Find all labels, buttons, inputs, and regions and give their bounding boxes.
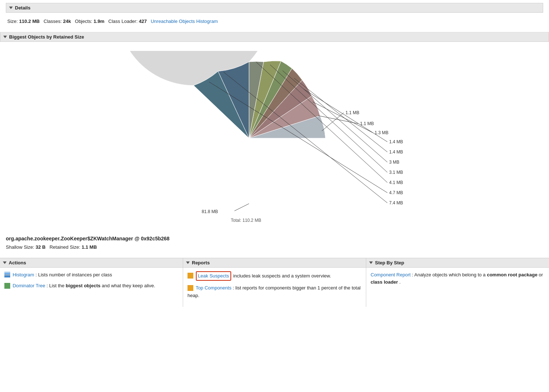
dominator-tree-item: Dominator Tree : List the biggest object… [4, 282, 178, 290]
details-section: Details Size: 110.2 MB Classes: 24k Obje… [0, 0, 549, 32]
svg-text:1.1 MB: 1.1 MB [360, 121, 374, 126]
details-header: Details [6, 3, 543, 13]
step-by-step-header-label: Step By Step [375, 260, 404, 265]
svg-text:Total: 110.2 MB: Total: 110.2 MB [231, 218, 261, 223]
size-value: 110.2 MB [19, 19, 40, 24]
actions-collapse-icon[interactable] [3, 261, 7, 264]
classes-value: 24k [63, 19, 71, 24]
step-by-step-panel: Step By Step Component Report : Analyze … [366, 258, 549, 307]
dominator-text-before: : List the [47, 283, 66, 288]
svg-text:4.7 MB: 4.7 MB [389, 190, 403, 195]
leak-suspects-item: Leak Suspects includes leak suspects and… [187, 271, 362, 281]
histogram-item: Histogram : Lists number of instances pe… [4, 271, 178, 279]
details-collapse-icon[interactable] [9, 7, 13, 9]
step-by-step-body: Component Report : Analyze objects which… [366, 268, 549, 294]
histogram-link[interactable]: Histogram [13, 272, 34, 277]
object-info: org.apache.zookeeper.ZooKeeper$ZKWatchMa… [0, 231, 549, 256]
svg-text:1.4 MB: 1.4 MB [389, 149, 403, 155]
svg-text:1.1 MB: 1.1 MB [345, 110, 359, 115]
svg-text:3 MB: 3 MB [389, 160, 399, 165]
details-header-label: Details [15, 5, 31, 11]
actions-panel: Actions Histogram : Lists number of inst… [0, 258, 183, 307]
retained-label: Retained Size: [50, 244, 80, 250]
retained-value: 1.1 MB [82, 244, 97, 250]
biggest-objects-section: Biggest Objects by Retained Size [0, 32, 549, 231]
dominator-bold: biggest objects [66, 283, 100, 288]
step-bold1: common root package [487, 272, 537, 277]
biggest-objects-collapse-icon[interactable] [3, 36, 7, 38]
step-text-after: . [399, 279, 401, 285]
actions-panel-body: Histogram : Lists number of instances pe… [0, 268, 183, 297]
classloader-label: Class Loader: [108, 19, 138, 24]
svg-text:7.4 MB: 7.4 MB [389, 200, 403, 205]
svg-text:1.3 MB: 1.3 MB [375, 130, 388, 135]
classes-label: Classes: [44, 19, 62, 24]
size-info: Shallow Size: 32 B Retained Size: 1.1 MB [6, 243, 543, 251]
actions-header-label: Actions [9, 260, 26, 265]
step-bold2: class loader [371, 279, 398, 285]
dominator-link[interactable]: Dominator Tree [13, 283, 46, 288]
top-components-link[interactable]: Top Components [195, 285, 231, 291]
step-text-between: or [539, 272, 543, 277]
histogram-text: : Lists number of instances per class [36, 272, 112, 277]
actions-panel-header: Actions [0, 258, 183, 268]
biggest-objects-header: Biggest Objects by Retained Size [0, 32, 549, 42]
svg-line-3 [322, 113, 344, 131]
step-by-step-collapse-icon[interactable] [369, 261, 373, 264]
dominator-text-after: and what they keep alive. [102, 283, 155, 288]
reports-panel-body: Leak Suspects includes leak suspects and… [183, 268, 366, 307]
size-label: Size: [7, 19, 18, 24]
biggest-objects-header-label: Biggest Objects by Retained Size [9, 34, 84, 40]
bottom-panels: Actions Histogram : Lists number of inst… [0, 258, 549, 307]
top-components-icon [187, 285, 193, 291]
shallow-value: 32 B [36, 244, 46, 250]
svg-text:4.1 MB: 4.1 MB [389, 180, 403, 185]
svg-text:81.8 MB: 81.8 MB [202, 209, 218, 214]
leak-suspects-highlight: Leak Suspects [196, 271, 231, 281]
dominator-icon [4, 283, 10, 289]
page-wrapper: Details Size: 110.2 MB Classes: 24k Obje… [0, 0, 549, 392]
chart-container: 81.8 MB Total: 110.2 MB 1.1 MB 1.1 MB 1.… [0, 42, 549, 231]
details-line: Size: 110.2 MB Classes: 24k Objects: 1.9… [6, 16, 543, 28]
reports-header-label: Reports [192, 260, 210, 265]
reports-panel-header: Reports [183, 258, 366, 268]
reports-panel: Reports Leak Suspects includes leak susp… [183, 258, 366, 307]
component-report-item: Component Report : Analyze objects which… [371, 271, 545, 287]
reports-collapse-icon[interactable] [186, 261, 190, 264]
histogram-icon [4, 272, 10, 277]
svg-line-0 [234, 204, 249, 211]
leak-suspects-icon [187, 273, 193, 279]
leak-suspects-link[interactable]: Leak Suspects [198, 273, 229, 279]
leak-suspects-text: includes leak suspects and a system over… [233, 273, 331, 279]
shallow-label: Shallow Size: [6, 244, 34, 250]
classloader-value: 427 [139, 19, 147, 24]
unreachable-objects-link[interactable]: Unreachable Objects Histogram [151, 19, 218, 24]
svg-text:1.4 MB: 1.4 MB [389, 139, 403, 144]
svg-text:3.1 MB: 3.1 MB [389, 170, 403, 175]
pie-chart-svg: 81.8 MB Total: 110.2 MB 1.1 MB 1.1 MB 1.… [111, 51, 438, 225]
objects-label: Objects: [75, 19, 92, 24]
objects-value: 1.9m [94, 19, 104, 24]
class-name: org.apache.zookeeper.ZooKeeper$ZKWatchMa… [6, 235, 543, 243]
component-report-link[interactable]: Component Report [371, 272, 411, 277]
step-by-step-header: Step By Step [366, 258, 549, 268]
step-text-before: : Analyze objects which belong to a [412, 272, 487, 277]
top-components-item: Top Components : list reports for compon… [187, 284, 362, 300]
